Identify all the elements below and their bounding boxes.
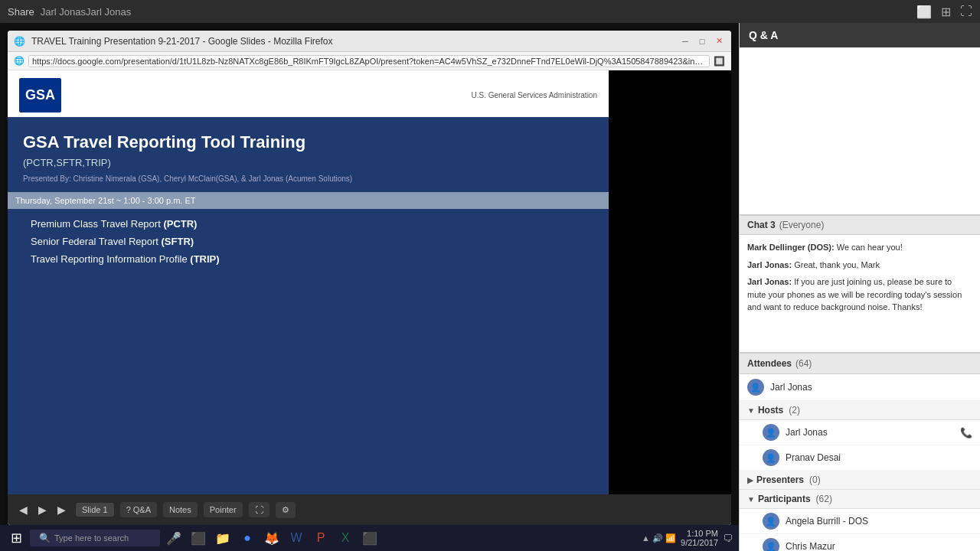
host-2-avatar: 👤 [763,449,779,466]
screen-share-panel: 🌐 TRAVEL Training Presentation 9-21-2017… [0,23,739,551]
presenter-name-val: Jarl Jonas [86,6,131,18]
chat-header: Chat 3 (Everyone) [740,216,980,235]
slide-main: GSA Travel Reporting Tool Training (PCTR… [8,117,609,494]
chat-sender-2: Jarl Jonas: [747,260,792,269]
slide-bullets: Premium Class Travel Report (PCTR) Senio… [23,218,593,271]
slide-header: GSA U.S. General Services Administration [8,70,609,117]
qa-toolbar-icon: ? [126,505,131,514]
host-row-1[interactable]: 👤 Jarl Jonas 📞 [740,420,980,445]
attendees-section: Attendees (64) 👤 Jarl Jonas ▼ Hosts (2) … [740,354,980,551]
taskbar-view-icon[interactable]: ⬛ [188,527,209,549]
start-button[interactable]: ⊞ [6,528,27,548]
notes-toolbar-button[interactable]: Notes [163,502,198,517]
browser-addressbar: 🌐 https://docs.google.com/presentation/d… [8,52,731,70]
layout-icon-1[interactable]: ⬜ [916,5,932,19]
chat-message-2: Jarl Jonas: Great, thank you, Mark [747,259,972,272]
restore-button[interactable]: □ [696,35,708,47]
taskbar-ppt-icon[interactable]: P [310,527,332,549]
presenters-count: (0) [809,474,821,485]
qa-section [740,47,980,216]
attendees-title: Attendees [747,358,792,369]
slide-toolbar: ◀ ▶ ▶ Slide 1 ? Q&A Notes Pointer ⛶ ⚙ [8,494,731,525]
notification-icon[interactable]: 🗨 [723,533,733,544]
slide-nav: ◀ ▶ ▶ [15,502,70,517]
browser-favicon: 🌐 [14,36,25,47]
gsa-logo: GSA [19,78,61,112]
chat-section: Chat 3 (Everyone) Mark Dellinger (DOS): … [740,216,980,354]
hosts-label: Hosts [758,405,783,416]
taskbar-system-tray: ▲ 🔊 📶 1:10 PM 9/21/2017 🗨 [642,529,733,547]
presenters-label: Presenters [756,474,804,485]
phone-icon-1: 📞 [960,427,972,439]
presenter-name: Jarl Jonas [41,6,86,18]
right-panel: Q & A Chat 3 (Everyone) Mark Dellinger (… [739,23,980,551]
host-1-avatar: 👤 [763,424,779,441]
search-placeholder: Type here to search [54,533,129,543]
slide-date: Thursday, September 21st ~ 1:00 - 3:00 p… [8,192,609,209]
presenters-group-header[interactable]: ▶ Presenters (0) [740,471,980,490]
slide-presented: Presented By: Christine Nimerala (GSA), … [23,174,593,183]
participant-row-2[interactable]: 👤 Chris Mazur [740,534,980,551]
top-bar: Share Jarl Jonas Jarl Jonas ⬜ ⊞ ⛶ [0,0,980,23]
taskbar-mic-icon[interactable]: 🎤 [163,527,185,549]
chat-text-1: We can hear you! [837,243,903,252]
host-1-name: Jarl Jonas [786,427,828,438]
browser-title: TRAVEL Training Presentation 9-21-2017 -… [31,36,679,47]
participant-2-avatar: 👤 [763,538,779,551]
slide-title: GSA Travel Reporting Tool Training [23,132,593,152]
pointer-toolbar-button[interactable]: Pointer [204,502,243,517]
chat-sender-1: Mark Dellinger (DOS): [747,243,835,252]
share-label: Share [8,6,34,18]
taskbar-firefox-icon[interactable]: 🦊 [261,527,283,549]
browser-url[interactable]: https://docs.google.com/presentation/d/1… [28,55,710,67]
qa-panel-header: Q & A [740,23,980,47]
taskbar-folder-icon[interactable]: 📁 [212,527,234,549]
play-button[interactable]: ▶ [34,502,51,517]
host-row-2[interactable]: 👤 Pranav Desai [740,445,980,471]
hosts-chevron: ▼ [747,406,755,415]
participant-2-name: Chris Mazur [786,541,835,551]
browser-window: 🌐 TRAVEL Training Presentation 9-21-2017… [8,31,731,525]
minimize-button[interactable]: ─ [679,35,691,47]
settings-toolbar-button[interactable]: ⚙ [276,502,296,518]
layout-icon-2[interactable]: ⊞ [941,5,951,19]
pinned-attendee: 👤 Jarl Jonas [740,374,980,401]
next-slide-button[interactable]: ▶ [54,502,70,517]
slide-subtitle: (PCTR,SFTR,TRIP) [23,157,593,168]
participants-group-header[interactable]: ▼ Participants (62) [740,490,980,509]
slide-counter[interactable]: Slide 1 [76,503,114,517]
taskbar-word-icon[interactable]: W [286,527,307,549]
fullscreen-icon[interactable]: ⛶ [960,5,972,19]
slide-right-camera [609,70,731,494]
chat-title: Chat 3 [747,220,776,230]
hosts-group-header[interactable]: ▼ Hosts (2) [740,401,980,420]
qa-toolbar-button[interactable]: ? Q&A [120,502,157,517]
pinned-attendee-avatar: 👤 [747,379,764,396]
bullet-pctr: Premium Class Travel Report (PCTR) [31,218,586,230]
participant-row-1[interactable]: 👤 Angela Burrill - DOS [740,509,980,534]
chat-audience: (Everyone) [779,220,825,230]
hosts-count: (2) [789,405,800,416]
participants-chevron: ▼ [747,495,755,504]
search-box[interactable]: 🔍 Type here to search [30,530,160,546]
attendees-count: (64) [795,358,812,369]
bullet-trip: Travel Reporting Information Profile (TR… [31,253,586,265]
taskbar-other-icon[interactable]: ⬛ [359,527,381,549]
attendees-header: Attendees (64) [740,354,980,374]
taskbar-time: 1:10 PM 9/21/2017 [681,529,718,547]
search-icon: 🔍 [39,533,51,543]
slide-content: GSA U.S. General Services Administration… [8,70,609,494]
taskbar-excel-icon[interactable]: X [335,527,356,549]
taskbar-chrome-icon[interactable]: ● [237,527,258,549]
close-button[interactable]: ✕ [713,35,725,47]
host-2-name: Pranav Desai [786,452,841,463]
prev-slide-button[interactable]: ◀ [15,502,31,517]
chat-sender-3: Jarl Jonas: [747,277,792,286]
fullscreen-toolbar-button[interactable]: ⛶ [249,502,270,517]
tray-icons: ▲ 🔊 📶 [642,533,676,543]
qa-title: Q & A [749,29,778,41]
participants-count: (62) [816,494,832,504]
pinned-attendee-name: Jarl Jonas [770,382,812,393]
bullet-sftr: Senior Federal Travel Report (SFTR) [31,236,586,247]
participant-1-name: Angela Burrill - DOS [786,516,868,527]
